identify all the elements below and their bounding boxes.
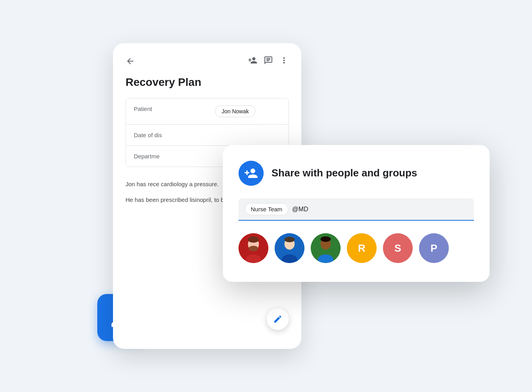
svg-point-11 — [321, 236, 331, 242]
add-person-icon[interactable] — [248, 56, 257, 67]
table-row: Date of dis — [126, 125, 288, 146]
avatar-initial-p[interactable]: P — [419, 233, 449, 263]
share-input-area[interactable]: Nurse Team — [239, 198, 474, 221]
header-icons — [248, 56, 289, 67]
avatar-letter-r: R — [358, 242, 366, 254]
nurse-team-chip[interactable]: Nurse Team — [245, 203, 288, 215]
avatar-person-2[interactable] — [275, 233, 304, 263]
recovery-title: Recovery Plan — [113, 73, 301, 98]
date-value — [207, 125, 288, 145]
share-header: Share with people and groups — [239, 161, 474, 186]
avatars-row: R S P — [239, 233, 474, 263]
svg-point-7 — [284, 237, 295, 242]
avatar-person-1[interactable] — [239, 233, 268, 263]
share-title: Share with people and groups — [271, 167, 417, 180]
avatar-letter-p: P — [430, 242, 437, 254]
patient-pill: Jon Nowak — [215, 105, 255, 117]
patient-value: Jon Nowak — [207, 98, 288, 124]
avatar-initial-r[interactable]: R — [347, 233, 377, 263]
table-row: Patient Jon Nowak — [126, 98, 288, 125]
main-scene: Recovery Plan Patient Jon Nowak Date of … — [89, 27, 443, 365]
notes-icon[interactable] — [264, 56, 273, 67]
recovery-card-header — [113, 43, 301, 73]
avatar-initial-s[interactable]: S — [383, 233, 413, 263]
avatar-letter-s: S — [394, 242, 401, 254]
department-label: Departme — [126, 146, 207, 167]
patient-label: Patient — [126, 98, 207, 124]
svg-point-2 — [249, 246, 258, 251]
edit-fab-button[interactable] — [267, 308, 289, 330]
more-icon[interactable] — [279, 56, 289, 67]
svg-point-3 — [248, 236, 259, 243]
share-search-input[interactable] — [292, 206, 371, 213]
share-dialog: Share with people and groups Nurse Team — [223, 145, 490, 282]
date-label: Date of dis — [126, 125, 207, 145]
share-avatar-icon — [239, 161, 264, 186]
avatar-person-3[interactable] — [311, 233, 341, 263]
back-button[interactable] — [126, 56, 135, 66]
